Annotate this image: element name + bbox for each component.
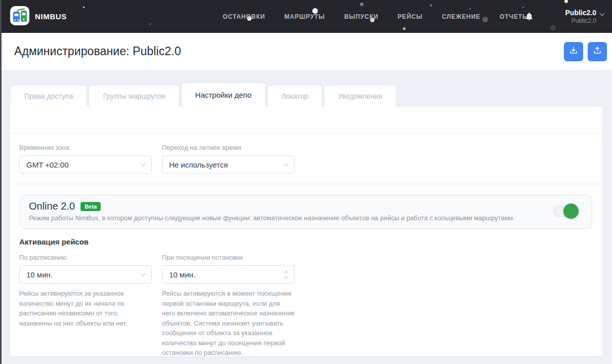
trip-activation-heading: Активация рейсов: [19, 237, 593, 246]
export-button[interactable]: [588, 42, 607, 61]
notifications-bell-icon[interactable]: [524, 11, 534, 24]
tab-locator[interactable]: Локатор: [267, 85, 322, 107]
timezone-section: Временная зона GMT +02:00 Переход на лет…: [10, 134, 602, 184]
dst-value: Не используется: [169, 160, 228, 169]
trip-activation-section: Активация рейсов По расписанию 10 мин. Р…: [10, 229, 602, 358]
user-name: Public2.0: [565, 8, 596, 17]
nav-item-routes[interactable]: МАРШРУТЫ: [284, 13, 325, 20]
window-left-edge: [0, 0, 2, 364]
by-schedule-select[interactable]: 10 мин.: [19, 265, 152, 284]
tab-access-rights[interactable]: Права доступа: [10, 85, 87, 107]
online-mode-description: Режим работы NimBus, в котором доступны …: [29, 214, 542, 222]
timezone-value: GMT +02:00: [26, 160, 69, 169]
user-account-menu[interactable]: Public2.0 Public2.0: [565, 8, 604, 25]
page-actions: [564, 42, 607, 61]
page-title: Администрирование: Public2.0: [14, 45, 181, 58]
upload-icon: [592, 46, 602, 57]
nimbus-logo-icon: [10, 6, 29, 27]
online-mode-toggle[interactable]: [553, 206, 576, 217]
chevron-down-icon: [283, 161, 289, 167]
user-account: Public2.0: [565, 17, 596, 25]
import-button[interactable]: [564, 42, 583, 61]
panel-toolbar-strip: [10, 107, 602, 134]
chevron-down-icon: [141, 271, 146, 276]
timezone-label: Временная зона: [19, 144, 152, 151]
chevron-down-icon: [284, 274, 288, 278]
by-stop-visit-label: При посещении остановки: [162, 254, 295, 261]
depot-settings-panel: Временная зона GMT +02:00 Переход на лет…: [10, 107, 602, 356]
toggle-knob: [563, 204, 579, 219]
top-navigation-bar: NIMBUS ОСТАНОВКИ МАРШРУТЫ ВЫПУСКИ РЕЙСЫ …: [0, 0, 612, 33]
brand-logo[interactable]: NIMBUS: [10, 6, 67, 27]
by-schedule-value: 10 мин.: [26, 270, 53, 279]
by-stop-visit-description: Рейсы активируются в момент посещения пе…: [162, 289, 295, 358]
timezone-select[interactable]: GMT +02:00: [19, 155, 152, 174]
online-mode-card: Online 2.0 Beta Режим работы NimBus, в к…: [20, 195, 592, 229]
tab-route-groups[interactable]: Группы маршрутов: [89, 85, 179, 107]
download-icon: [568, 46, 579, 57]
nav-item-tracking[interactable]: СЛЕЖЕНИЕ: [442, 13, 480, 20]
by-stop-visit-value: 10 мин.: [169, 270, 195, 279]
nav-item-stops[interactable]: ОСТАНОВКИ: [223, 13, 265, 20]
chevron-down-icon: [600, 11, 605, 16]
admin-tabs: Права доступа Группы маршрутов Настройки…: [10, 83, 612, 107]
dst-label: Переход на летнее время: [162, 144, 295, 151]
beta-badge: Beta: [80, 202, 101, 211]
tab-notifications[interactable]: Уведомления: [324, 85, 397, 107]
online-mode-section: Online 2.0 Beta Режим работы NimBus, в к…: [10, 184, 602, 229]
by-stop-visit-stepper[interactable]: 10 мин.: [162, 265, 295, 284]
by-schedule-description: Рейсы активируются за указанное количест…: [19, 289, 152, 328]
stepper-arrows-icon[interactable]: [284, 271, 288, 278]
main-navigation: ОСТАНОВКИ МАРШРУТЫ ВЫПУСКИ РЕЙСЫ СЛЕЖЕНИ…: [223, 0, 529, 33]
tab-depot-settings[interactable]: Настройки депо: [181, 83, 266, 107]
chevron-down-icon: [141, 161, 146, 167]
nav-item-trips[interactable]: РЕЙСЫ: [397, 13, 423, 20]
by-schedule-label: По расписанию: [19, 254, 152, 261]
online-mode-title: Online 2.0: [29, 200, 75, 212]
brand-name: NIMBUS: [35, 12, 67, 21]
nav-item-rides[interactable]: ВЫПУСКИ: [344, 13, 378, 20]
page-header: Администрирование: Public2.0: [0, 33, 612, 70]
dst-select[interactable]: Не используется: [162, 155, 295, 174]
